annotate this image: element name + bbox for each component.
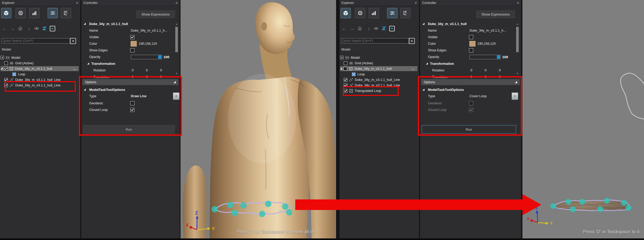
down-arrow-icon[interactable]: ↓	[366, 25, 371, 32]
type-dropdown-button[interactable]: ▼	[512, 92, 518, 100]
closed-loop-checkbox[interactable]	[130, 108, 134, 112]
expander-icon[interactable]	[87, 62, 89, 65]
show-edges-checkbox[interactable]	[469, 48, 473, 52]
zoom-to-selection-icon[interactable]	[381, 25, 387, 32]
scroll-up-icon[interactable]: ▲	[175, 23, 178, 25]
back-icon[interactable]: ←	[2, 25, 7, 32]
view-hierarchy-button[interactable]	[61, 8, 71, 18]
options-header-bar[interactable]: Options	[82, 79, 178, 85]
mode-analysis-button[interactable]	[29, 8, 39, 18]
hidden-body-outline[interactable]	[621, 73, 644, 119]
expander-icon[interactable]	[426, 62, 428, 65]
collapse-triangle-icon[interactable]	[173, 81, 176, 83]
color-swatch[interactable]	[130, 41, 137, 47]
color-swatch[interactable]	[469, 41, 476, 47]
mode-simulation-button[interactable]	[355, 8, 365, 18]
type-dropdown-button[interactable]: ▼	[173, 92, 179, 100]
show-edges-checkbox[interactable]	[130, 48, 134, 52]
tree-item-loop[interactable]: Loop	[1, 72, 79, 77]
scroll-down-icon[interactable]: ▼	[175, 72, 178, 75]
locate-back-arrow-icon[interactable]: ←	[411, 66, 415, 71]
options-group-header[interactable]: ModelTaskToolOptions	[420, 87, 521, 93]
covered-loop-surface[interactable]	[550, 198, 631, 212]
expander-icon[interactable]	[84, 89, 86, 91]
type-value[interactable]: Draw Line	[131, 94, 147, 98]
checkbox[interactable]	[344, 84, 347, 87]
expander-icon[interactable]	[1, 67, 3, 70]
opacity-slider-handle[interactable]	[497, 55, 500, 59]
tree-item-hull-line-2[interactable]: Duke_34y_m_v3.1.1_hull_Line	[340, 83, 417, 88]
zoom-to-selection-icon[interactable]	[42, 25, 47, 32]
search-input[interactable]	[2, 38, 70, 43]
tree-item-hull[interactable]: Duke_34y_m_v3.1.1_hull ←	[1, 66, 79, 71]
scroll-up-icon[interactable]: ▲	[516, 23, 519, 25]
checkbox[interactable]	[4, 84, 8, 87]
down-arrow-icon[interactable]: ↓	[27, 25, 32, 32]
tree-item-hull[interactable]: Duke_34y_m_v3.1.1_hull ←	[340, 66, 417, 71]
home-icon[interactable]	[357, 25, 363, 32]
transformation-header[interactable]: Transformation	[81, 61, 180, 67]
home-icon[interactable]	[17, 25, 23, 32]
show-expressions-button[interactable]: Show Expressions	[476, 11, 515, 18]
geodesic-checkbox[interactable]	[130, 101, 134, 105]
tree-item-triangulated-loop[interactable]: Triangulated Loop	[340, 88, 417, 93]
tree-item-model[interactable]: Model	[340, 55, 417, 60]
visible-checkbox[interactable]	[130, 35, 134, 39]
tree-item-model[interactable]: Model	[1, 55, 79, 60]
expander-icon[interactable]	[84, 23, 86, 25]
expander-icon[interactable]	[422, 23, 425, 25]
scroll-down-icon[interactable]: ▼	[516, 72, 519, 75]
locate-back-arrow-icon[interactable]: ←	[73, 66, 77, 71]
checkbox[interactable]	[344, 78, 347, 82]
back-icon[interactable]: ←	[341, 25, 347, 32]
run-button[interactable]: Run	[422, 125, 516, 134]
tree-item-grid[interactable]: Grid (Active)	[340, 61, 417, 66]
checkbox[interactable]	[4, 78, 8, 82]
visibility-eye-icon[interactable]	[373, 25, 379, 32]
collapse-all-icon[interactable]	[49, 25, 55, 32]
run-button[interactable]: Run	[83, 125, 175, 134]
object-section-header[interactable]: Duke_34y_m_v3.1.1_hull	[81, 21, 180, 27]
type-value[interactable]: Cover Loop	[470, 94, 487, 98]
search-input[interactable]	[341, 38, 410, 43]
name-value[interactable]: Duke_34y_m_v3.1.1_h...	[131, 29, 167, 32]
options-header-bar[interactable]: Options	[421, 79, 520, 85]
search-clear-icon[interactable]: ×	[409, 38, 415, 44]
visible-checkbox[interactable]	[469, 35, 473, 39]
view-properties-button[interactable]	[387, 8, 397, 18]
checkbox[interactable]	[4, 67, 8, 71]
mode-model-button[interactable]	[341, 8, 351, 18]
checkbox[interactable]	[4, 61, 8, 65]
close-icon[interactable]: ×	[415, 1, 417, 5]
checkbox[interactable]	[1, 56, 4, 59]
scrollbar-thumb[interactable]	[175, 27, 178, 52]
mode-model-button[interactable]	[1, 8, 11, 18]
checkbox[interactable]	[343, 67, 347, 71]
checkbox[interactable]	[344, 89, 347, 93]
tree-item-grid[interactable]: Grid (Active)	[1, 61, 79, 66]
tree-item-hull-line-1[interactable]: Duke_34y_m_v3.1.1_hull_Line	[340, 77, 417, 82]
opacity-slider[interactable]	[470, 55, 501, 59]
close-icon[interactable]: ×	[76, 1, 78, 5]
expander-icon[interactable]	[422, 89, 425, 91]
opacity-slider[interactable]	[131, 55, 162, 59]
checkbox[interactable]	[344, 61, 347, 65]
options-group-header[interactable]: ModelTaskToolOptions	[81, 87, 180, 93]
mode-simulation-button[interactable]	[16, 8, 26, 18]
visibility-eye-icon[interactable]	[34, 25, 39, 32]
collapse-triangle-icon[interactable]	[515, 81, 517, 83]
close-icon[interactable]: ×	[517, 1, 519, 5]
expander-icon[interactable]	[340, 67, 342, 70]
tree-item-hull-line-1[interactable]: Duke_34y_m_v3.1.1_hull_Line	[1, 77, 79, 82]
name-value[interactable]: Duke_34y_m_v3.1.1_h...	[470, 29, 506, 32]
object-section-header[interactable]: Duke_34y_m_v3.1.1_hull	[420, 21, 521, 27]
forward-icon[interactable]: →	[9, 25, 15, 32]
tree-item-hull-line-2[interactable]: Duke_34y_m_v3.1.1_hull_Line	[1, 83, 79, 88]
tree-item-loop[interactable]: Loop	[340, 72, 417, 77]
close-icon[interactable]: ×	[176, 1, 178, 5]
search-clear-icon[interactable]: ×	[70, 38, 76, 44]
mode-analysis-button[interactable]	[369, 8, 379, 18]
show-expressions-button[interactable]: Show Expressions	[136, 11, 175, 18]
transformation-header[interactable]: Transformation	[420, 61, 521, 67]
forward-icon[interactable]: →	[349, 25, 355, 32]
